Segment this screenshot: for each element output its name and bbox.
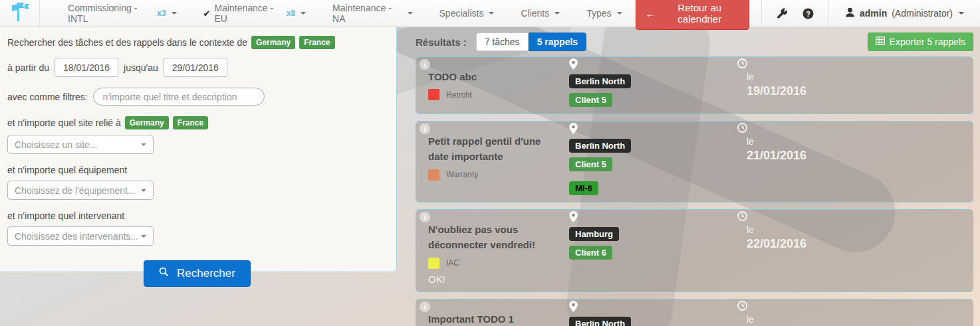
card-type-row: Warranty: [428, 169, 569, 181]
search-button[interactable]: Rechercher: [144, 260, 251, 287]
reminder-card[interactable]: i TODO abc Retrofit Berlin NorthClient 5: [416, 56, 973, 114]
map-pin-icon: [569, 211, 578, 225]
results-list: i TODO abc Retrofit Berlin NorthClient 5: [404, 56, 973, 326]
card-date-column: le 19/01/2016: [737, 64, 966, 107]
site-label: et n'importe quel site relié à: [7, 118, 121, 128]
chevron-down-icon: [554, 12, 560, 15]
chevron-down-icon: [489, 12, 494, 15]
date-value: 19/01/2016: [747, 84, 966, 98]
menu-specialists[interactable]: Specialists: [426, 0, 508, 27]
back-to-calendar-button[interactable]: ← Retour au calendrier: [636, 0, 749, 30]
chevron-down-icon: [141, 143, 146, 146]
site-badge-germany: Germany: [125, 116, 169, 129]
worker-select-value: Choisissez des intervenants...: [15, 231, 138, 242]
search-button-row: Rechercher: [7, 260, 387, 287]
card-badge: Berlin North: [569, 139, 631, 153]
card-date-column: le 22/01/2016: [737, 216, 966, 285]
date-from-label: à partir du: [7, 62, 49, 73]
date-from-input[interactable]: [55, 58, 118, 77]
filter-row: avec comme filtres:: [7, 88, 387, 106]
navbar-tools: ?: [761, 0, 829, 27]
context-row: Rechercher des tâches et des rappels dan…: [7, 36, 387, 49]
card-badge: Hamburg: [569, 227, 619, 241]
date-prefix: le: [747, 136, 966, 147]
card-title: N'oubliez pas vous déconnecter vendredi!: [428, 216, 554, 253]
results-title: Résultats :: [416, 37, 467, 48]
search-button-label: Rechercher: [177, 267, 235, 280]
site-badge-france: France: [173, 116, 208, 129]
navbar-right: ← Retour au calendrier ?: [636, 0, 980, 27]
card-info-column: i Important TODO 1 Inspection: [428, 306, 569, 326]
card-badge: Client 5: [569, 157, 612, 171]
wrench-icon[interactable]: [777, 8, 788, 19]
date-prefix: le: [747, 72, 966, 82]
type-label: Warranty: [446, 170, 478, 179]
menu-commissioning-intl[interactable]: Commissioning - INTL x3: [55, 0, 189, 27]
type-label: IAC: [446, 258, 459, 268]
card-note: OK!: [428, 274, 569, 285]
menu-label: Clients: [521, 8, 549, 19]
card-location-column: HamburgClient 6: [569, 216, 737, 285]
menu-maintenance-na[interactable]: Maintenance - NA: [319, 0, 426, 27]
chevron-down-icon: [301, 12, 306, 15]
chevron-down-icon: [141, 189, 146, 192]
user-menu[interactable]: admin (Administrator): [829, 7, 980, 19]
date-range-row: à partir du jusqu'au: [7, 58, 387, 77]
main-menu: Commissioning - INTL x3 ✔ Maintenance - …: [55, 0, 635, 27]
card-type-row: Retrofit: [428, 89, 569, 100]
chevron-down-icon: [141, 235, 146, 238]
card-title: Petit rappel gentil d'une date important…: [428, 128, 554, 165]
title-description-filter-input[interactable]: [93, 88, 265, 106]
clock-icon: [737, 123, 747, 135]
card-location-column: Berlin NorthClient 5: [569, 64, 737, 107]
info-icon[interactable]: i: [420, 123, 430, 134]
export-table-icon: [876, 37, 885, 47]
card-info-column: i Petit rappel gentil d'une date importa…: [428, 128, 569, 195]
card-title: Important TODO 1: [428, 306, 554, 326]
site-row: et n'importe quel site relié à Germany F…: [7, 116, 387, 129]
date-to-input[interactable]: [164, 58, 227, 77]
user-icon: [845, 7, 855, 19]
tab-rappels[interactable]: 5 rappels: [529, 33, 586, 51]
card-date-column: le 28/01/2016: [737, 306, 966, 326]
info-icon[interactable]: i: [420, 59, 430, 70]
app-logo[interactable]: [0, 0, 40, 27]
date-value: 21/01/2016: [747, 149, 966, 163]
worker-select[interactable]: Choisissez des intervenants...: [7, 226, 154, 246]
menu-count-badge: x8: [287, 9, 295, 18]
site-select[interactable]: Choisissez un site...: [7, 135, 154, 154]
reminder-card[interactable]: i Petit rappel gentil d'une date importa…: [416, 121, 973, 203]
main-content: Rechercher des tâches et des rappels dan…: [0, 27, 980, 326]
date-prefix: le: [747, 224, 966, 235]
menu-clients[interactable]: Clients: [507, 0, 573, 27]
help-icon[interactable]: ?: [802, 8, 814, 19]
export-button-label: Exporter 5 rappels: [890, 37, 965, 47]
menu-label: Specialists: [439, 8, 484, 19]
chevron-down-icon: [408, 12, 413, 15]
card-title: TODO abc: [428, 64, 554, 84]
back-arrow-icon: ←: [646, 8, 656, 19]
card-badge: Berlin North: [569, 317, 631, 326]
type-color-swatch: [428, 258, 439, 269]
menu-types[interactable]: Types: [573, 0, 635, 27]
equipment-select[interactable]: Choisissez de l'équipement...: [7, 181, 154, 200]
chevron-down-icon: [172, 12, 177, 15]
tab-taches[interactable]: 7 tâches: [476, 33, 529, 51]
back-to-calendar-label: Retour au calendrier: [660, 2, 739, 25]
reminder-card[interactable]: i N'oubliez pas vous déconnecter vendred…: [416, 209, 973, 292]
date-value: 22/01/2016: [747, 237, 966, 251]
equipment-select-value: Choisissez de l'équipement...: [15, 185, 136, 196]
card-location-column: Berlin NorthClient 5: [569, 306, 737, 326]
reminder-card[interactable]: i Important TODO 1 Inspection Berlin Nor…: [416, 299, 973, 326]
search-panel: Rechercher des tâches et des rappels dan…: [0, 27, 397, 272]
export-button[interactable]: Exporter 5 rappels: [868, 33, 973, 51]
info-icon[interactable]: i: [420, 212, 430, 222]
context-badge-germany: Germany: [251, 36, 295, 49]
menu-maintenance-eu[interactable]: ✔ Maintenance - EU x8: [190, 0, 320, 27]
card-date-column: le 21/01/2016: [737, 128, 966, 195]
equipment-label: et n'importe quel équipement: [7, 165, 387, 175]
clock-icon: [737, 301, 747, 313]
info-icon[interactable]: i: [420, 301, 430, 312]
filter-label: avec comme filtres:: [7, 92, 88, 102]
context-label: Rechercher des tâches et des rappels dan…: [7, 37, 247, 48]
